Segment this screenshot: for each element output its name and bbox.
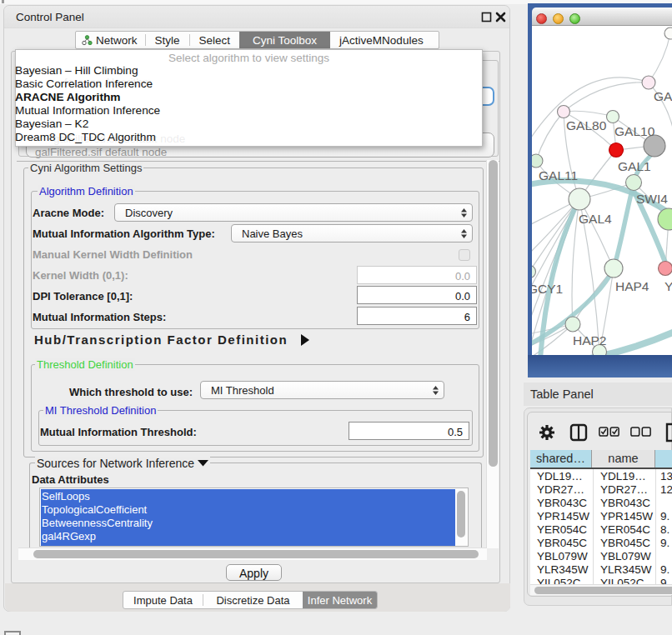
- svg-text:HAP2: HAP2: [573, 333, 607, 348]
- svg-text:GAL80: GAL80: [566, 118, 607, 132]
- svg-text:SWI4: SWI4: [636, 192, 668, 206]
- svg-text:HAP4: HAP4: [615, 279, 649, 293]
- svg-text:GAL11: GAL11: [539, 168, 578, 182]
- svg-text:Y: Y: [664, 279, 672, 293]
- svg-text:GAL1: GAL1: [618, 159, 651, 173]
- svg-text:GAL10: GAL10: [614, 124, 655, 138]
- svg-text:GCY1: GCY1: [532, 282, 563, 296]
- svg-text:GAL: GAL: [654, 89, 672, 103]
- svg-text:GAL4: GAL4: [579, 212, 612, 226]
